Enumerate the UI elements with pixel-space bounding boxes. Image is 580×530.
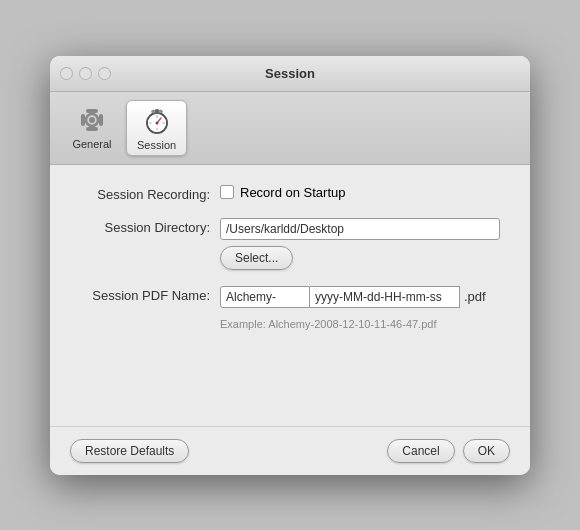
tab-general[interactable]: General	[62, 100, 122, 156]
window: Session General	[50, 56, 530, 475]
session-recording-label: Session Recording:	[80, 185, 220, 202]
window-title: Session	[265, 66, 315, 81]
session-recording-control: Record on Startup	[220, 185, 500, 200]
example-value: Alchemy-2008-12-10-11-46-47.pdf	[268, 318, 436, 330]
record-on-startup-row: Record on Startup	[220, 185, 500, 200]
svg-rect-0	[86, 109, 98, 113]
select-btn-container: Select...	[220, 246, 500, 270]
zoom-button[interactable]	[98, 67, 111, 80]
select-button[interactable]: Select...	[220, 246, 293, 270]
gear-icon	[76, 104, 108, 136]
record-on-startup-text: Record on Startup	[240, 185, 346, 200]
tab-session-label: Session	[137, 139, 176, 151]
session-directory-row: Session Directory: Select...	[80, 218, 500, 270]
cancel-button[interactable]: Cancel	[387, 439, 454, 463]
session-recording-row: Session Recording: Record on Startup	[80, 185, 500, 202]
restore-defaults-button[interactable]: Restore Defaults	[70, 439, 189, 463]
session-pdf-name-row: Session PDF Name: .pdf Example: Alchemy-…	[80, 286, 500, 330]
title-bar: Session	[50, 56, 530, 92]
session-pdf-name-control: .pdf Example: Alchemy-2008-12-10-11-46-4…	[220, 286, 500, 330]
vertical-spacer	[80, 346, 500, 406]
session-directory-label: Session Directory:	[80, 218, 220, 235]
tab-general-label: General	[72, 138, 111, 150]
content: Session Recording: Record on Startup Ses…	[50, 165, 530, 426]
pdf-prefix-input[interactable]	[220, 286, 310, 308]
pdf-date-format-input[interactable]	[310, 286, 460, 308]
example-label: Example:	[220, 318, 266, 330]
traffic-lights	[60, 67, 111, 80]
svg-point-16	[155, 121, 158, 124]
stopwatch-icon	[141, 105, 173, 137]
close-button[interactable]	[60, 67, 73, 80]
ok-button[interactable]: OK	[463, 439, 510, 463]
svg-rect-8	[155, 109, 159, 114]
svg-rect-3	[99, 114, 103, 126]
session-directory-control: Select...	[220, 218, 500, 270]
footer: Restore Defaults Cancel OK	[50, 426, 530, 475]
record-on-startup-checkbox[interactable]	[220, 185, 234, 199]
pdf-example: Example: Alchemy-2008-12-10-11-46-47.pdf	[220, 318, 500, 330]
session-directory-input[interactable]	[220, 218, 500, 240]
pdf-extension: .pdf	[460, 289, 486, 304]
toolbar: General	[50, 92, 530, 165]
pdf-name-inputs: .pdf	[220, 286, 500, 308]
session-pdf-name-label: Session PDF Name:	[80, 286, 220, 303]
svg-rect-2	[81, 114, 85, 126]
tab-session[interactable]: Session	[126, 100, 187, 156]
svg-point-5	[89, 117, 95, 123]
svg-rect-1	[86, 127, 98, 131]
minimize-button[interactable]	[79, 67, 92, 80]
